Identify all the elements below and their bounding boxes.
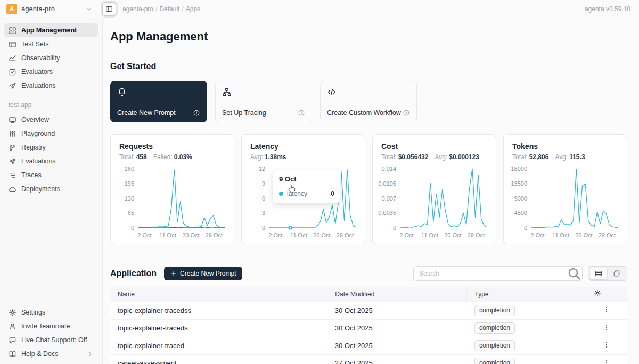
card-view-button[interactable] bbox=[608, 268, 626, 279]
page-title: App Management bbox=[110, 30, 627, 44]
card-view-icon bbox=[613, 270, 620, 277]
chart-title: Tokens bbox=[512, 142, 618, 151]
sidebar-item-help-docs[interactable]: Help & Docs bbox=[4, 347, 98, 361]
sidebar-item-observability[interactable]: Observability bbox=[4, 51, 98, 65]
get-started-card-create-new-prompt[interactable]: Create New Prompt bbox=[110, 81, 207, 122]
table-header-row: Name Date Modified Type bbox=[110, 287, 627, 302]
breadcrumb-segment[interactable]: Default bbox=[159, 5, 179, 13]
y-tick-label: 260 bbox=[125, 166, 134, 172]
plot-area bbox=[531, 169, 618, 228]
search-icon[interactable] bbox=[566, 267, 582, 280]
evaluations-icon bbox=[9, 82, 17, 90]
breadcrumb-segment[interactable]: Apps bbox=[186, 5, 200, 13]
create-button-label: Create New Prompt bbox=[180, 270, 236, 277]
tracing-icon bbox=[222, 87, 305, 97]
row-menu-icon[interactable] bbox=[603, 341, 610, 349]
deployments-icon bbox=[9, 185, 17, 193]
x-tick-label: 29 Oct bbox=[206, 233, 223, 238]
chart-stats: Total:458Failed:0.03% bbox=[119, 153, 225, 161]
app-name-cell[interactable]: career-assessment bbox=[110, 354, 327, 364]
x-tick-label: 20 Oct bbox=[575, 233, 592, 238]
charts-row: Requests Total:458Failed:0.03% 065130195… bbox=[110, 134, 627, 244]
sidebar-item-playground[interactable]: Playground bbox=[4, 127, 98, 140]
app-name-cell[interactable]: topic-explainer-traceds bbox=[110, 319, 327, 337]
y-tick-label: 65 bbox=[128, 210, 134, 216]
sidebar-item-app-management[interactable]: App Management bbox=[4, 23, 98, 37]
y-tick-label: 9000 bbox=[514, 195, 527, 201]
sidebar-item-overview[interactable]: Overview bbox=[4, 113, 98, 127]
app-name-cell[interactable]: topic-explainer-traced bbox=[110, 337, 327, 354]
sidebar-item-settings[interactable]: Settings bbox=[4, 305, 98, 319]
sidebar-item-label: Help & Docs bbox=[21, 350, 58, 358]
sidebar-item-evaluations[interactable]: Evaluations bbox=[4, 79, 98, 93]
plot-area bbox=[138, 169, 225, 228]
search-input[interactable] bbox=[414, 270, 566, 277]
get-started-card-create-custom-workflow[interactable]: Create Custom Workflow bbox=[320, 81, 417, 122]
row-menu-icon[interactable] bbox=[603, 306, 610, 313]
y-tick-label: 6 bbox=[262, 195, 265, 201]
info-icon[interactable] bbox=[298, 109, 305, 117]
sidebar-collapse-button[interactable] bbox=[102, 2, 116, 16]
tooltip-date: 9 Oct bbox=[279, 175, 334, 183]
info-icon[interactable] bbox=[193, 109, 200, 117]
y-tick-label: 3 bbox=[262, 210, 265, 216]
x-tick-label: 2 Oct bbox=[268, 233, 282, 238]
chart-stat: Avg:115.3 bbox=[555, 153, 585, 161]
workspace-selector[interactable]: A agenta-pro bbox=[0, 4, 99, 14]
sidebar: App ManagementTest SetsObservabilityEval… bbox=[0, 18, 103, 364]
row-menu-icon[interactable] bbox=[603, 359, 610, 364]
table-row[interactable]: topic-explainer-traced30 Oct 2025complet… bbox=[110, 337, 627, 354]
column-header-date-modified[interactable]: Date Modified bbox=[327, 287, 467, 302]
sidebar-item-registry[interactable]: Registry bbox=[4, 140, 98, 154]
x-axis: 2 Oct11 Oct20 Oct29 Oct bbox=[531, 233, 618, 239]
breadcrumb-segment[interactable]: agenta-pro bbox=[122, 5, 153, 13]
table-row[interactable]: career-assessment27 Oct 2025completion bbox=[110, 354, 627, 364]
chart-card-tokens: Tokens Total:52,806Avg:115.3 04500900013… bbox=[503, 134, 627, 244]
get-started-card-set-up-tracing[interactable]: Set Up Tracing bbox=[215, 81, 312, 122]
sidebar-item-label: Test Sets bbox=[21, 40, 48, 48]
type-tag: completion bbox=[474, 358, 515, 364]
registry-icon bbox=[9, 144, 17, 152]
sidebar-item-invite-teammate[interactable]: Invite Teammate bbox=[4, 319, 98, 333]
x-tick-label: 11 Oct bbox=[552, 233, 569, 238]
code-icon bbox=[327, 87, 410, 97]
hover-marker-dot bbox=[289, 226, 292, 230]
sidebar-item-label: Traces bbox=[21, 171, 42, 179]
chart-title: Latency bbox=[250, 142, 356, 151]
x-tick-label: 2 Oct bbox=[399, 233, 413, 238]
observability-icon bbox=[9, 54, 17, 62]
create-new-prompt-button[interactable]: Create New Prompt bbox=[164, 267, 242, 280]
table-row[interactable]: topic-explainer-traceds30 Oct 2025comple… bbox=[110, 319, 627, 337]
table-view-button[interactable] bbox=[589, 268, 608, 279]
x-tick-label: 29 Oct bbox=[337, 233, 354, 238]
table-settings-gear-icon[interactable] bbox=[594, 289, 601, 297]
tooltip-series-name: latency bbox=[287, 190, 307, 197]
chevron-right-icon bbox=[87, 351, 94, 358]
column-header-name[interactable]: Name bbox=[110, 287, 327, 302]
sidebar-item-live-chat-support-off[interactable]: Live Chat Support: Off bbox=[4, 333, 98, 347]
row-menu-icon[interactable] bbox=[603, 324, 610, 331]
overview-icon bbox=[9, 116, 17, 124]
sidebar-item-evaluations[interactable]: Evaluations bbox=[4, 154, 98, 168]
get-started-heading: Get Started bbox=[110, 62, 627, 71]
app-date-modified-cell: 30 Oct 2025 bbox=[327, 319, 467, 337]
app-name-cell[interactable]: topic-explainer-tracedss bbox=[110, 302, 327, 319]
main-content: App Management Get Started Create New Pr… bbox=[103, 18, 639, 364]
sidebar-item-test-sets[interactable]: Test Sets bbox=[4, 37, 98, 51]
y-tick-label: 0 bbox=[393, 225, 396, 231]
y-tick-label: 130 bbox=[125, 195, 134, 201]
table-row[interactable]: topic-explainer-tracedss30 Oct 2025compl… bbox=[110, 302, 627, 319]
applications-table-body: topic-explainer-tracedss30 Oct 2025compl… bbox=[110, 302, 627, 364]
sidebar-item-deployments[interactable]: Deployments bbox=[4, 182, 98, 196]
x-tick-label: 20 Oct bbox=[182, 233, 199, 238]
y-tick-label: 12 bbox=[259, 166, 265, 172]
info-icon[interactable] bbox=[403, 109, 410, 117]
apps-icon bbox=[9, 27, 17, 35]
sidebar-item-evaluators[interactable]: Evaluators bbox=[4, 65, 98, 79]
sidebar-item-traces[interactable]: Traces bbox=[4, 168, 98, 182]
column-header-type[interactable]: Type bbox=[467, 287, 586, 302]
sidebar-item-label: Evaluations bbox=[21, 82, 56, 89]
plot-area bbox=[400, 169, 487, 228]
chart-card-latency: Latency Avg:1.38ms 036912 2 Oct11 Oct20 … bbox=[241, 134, 365, 244]
prompt-icon bbox=[117, 87, 200, 97]
